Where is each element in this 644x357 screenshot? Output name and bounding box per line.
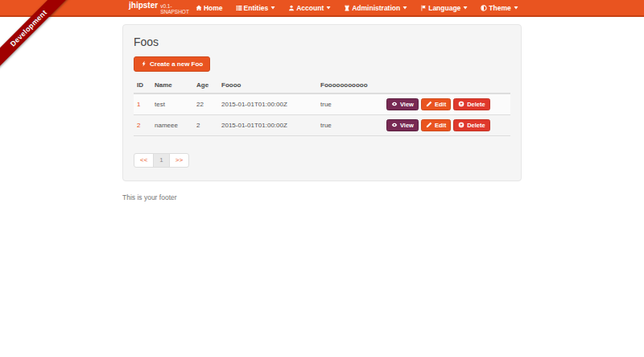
brand-link[interactable]: jhipster v0.1-SNAPSHOT (122, 1, 189, 15)
pagination-page-1[interactable]: 1 (153, 153, 169, 168)
delete-button[interactable]: Delete (453, 119, 490, 131)
chevron-down-icon (326, 6, 331, 10)
row-actions: View Edit Delete (386, 119, 507, 131)
nav-item-entities[interactable]: Entities (229, 0, 283, 15)
nav-label: Entities (244, 4, 269, 12)
table-row: 1 test 22 2015-01-01T01:00:00Z true View (134, 93, 510, 115)
table-header: ID Name Age Foooo Fooooooooooo (134, 79, 510, 93)
main-container: Foos Create a new Foo ID Name Age Foooo … (122, 17, 522, 201)
nav-item-theme[interactable]: Theme (474, 0, 524, 15)
view-label: View (400, 101, 414, 108)
header-age: Age (193, 79, 218, 93)
view-button[interactable]: View (386, 119, 419, 131)
row-age: 2 (193, 114, 218, 135)
flash-icon (141, 60, 147, 67)
chevron-down-icon (270, 6, 275, 10)
row-foooo: 2015-01-01T01:00:00Z (218, 114, 317, 135)
chevron-down-icon (463, 6, 468, 10)
pencil-icon (426, 101, 432, 107)
nav-label: Administration (352, 4, 400, 12)
chevron-down-icon (402, 6, 407, 10)
edit-button[interactable]: Edit (421, 119, 451, 131)
pagination-last[interactable]: >> (169, 153, 189, 168)
flag-icon (420, 5, 427, 11)
row-name: nameee (151, 114, 193, 135)
view-label: View (400, 122, 414, 129)
foos-panel: Foos Create a new Foo ID Name Age Foooo … (122, 24, 522, 181)
nav-label: Home (204, 4, 223, 12)
nav-label: Theme (489, 4, 510, 12)
delete-button[interactable]: Delete (453, 98, 490, 110)
delete-label: Delete (467, 101, 485, 108)
row-age: 22 (193, 93, 218, 115)
eye-icon (391, 101, 398, 107)
chevron-down-icon (514, 6, 518, 10)
tower-icon (344, 5, 350, 11)
row-id-link[interactable]: 1 (137, 101, 140, 108)
pagination-first[interactable]: << (134, 153, 154, 168)
edit-label: Edit (435, 101, 446, 108)
navbar: jhipster v0.1-SNAPSHOT Home Entities Acc… (0, 0, 644, 17)
nav-item-account[interactable]: Account (282, 0, 337, 15)
edit-label: Edit (435, 122, 446, 129)
create-foo-button[interactable]: Create a new Foo (134, 56, 210, 72)
row-actions: View Edit Delete (386, 98, 507, 110)
page-title: Foos (134, 35, 510, 48)
user-icon (288, 5, 295, 11)
table-row: 2 nameee 2 2015-01-01T01:00:00Z true Vie… (134, 114, 510, 135)
edit-button[interactable]: Edit (421, 98, 451, 110)
row-fooooooooooo: true (317, 114, 383, 135)
navbar-inner: jhipster v0.1-SNAPSHOT Home Entities Acc… (122, 0, 522, 15)
page: Development jhipster v0.1-SNAPSHOT Home … (0, 0, 644, 357)
row-id-link[interactable]: 2 (137, 122, 140, 129)
brand-name: jhipster (129, 1, 158, 10)
header-name: Name (151, 79, 193, 93)
nav-label: Account (296, 4, 324, 12)
home-icon (196, 5, 202, 11)
footer-text: This is your footer (122, 193, 522, 201)
create-foo-label: Create a new Foo (150, 60, 203, 68)
nav-item-home[interactable]: Home (189, 0, 229, 15)
row-name: test (151, 93, 193, 115)
adjust-icon (481, 5, 487, 11)
nav-label: Language (428, 4, 460, 12)
header-actions (383, 79, 510, 93)
th-list-icon (236, 5, 242, 11)
header-id: ID (134, 79, 151, 93)
header-fooooooooooo: Fooooooooooo (317, 79, 383, 93)
delete-label: Delete (467, 122, 485, 129)
remove-circle-icon (458, 101, 464, 107)
remove-circle-icon (458, 122, 464, 128)
view-button[interactable]: View (386, 98, 419, 110)
foos-table: ID Name Age Foooo Fooooooooooo 1 test 22… (134, 79, 510, 136)
nav-item-language[interactable]: Language (414, 0, 474, 15)
row-fooooooooooo: true (317, 93, 383, 115)
row-foooo: 2015-01-01T01:00:00Z (218, 93, 317, 115)
eye-icon (391, 122, 398, 128)
brand-version: v0.1-SNAPSHOT (160, 3, 189, 15)
pagination: << 1 >> (134, 153, 189, 168)
header-foooo: Foooo (218, 79, 317, 93)
navbar-menu: Home Entities Account Administration (189, 0, 525, 15)
pencil-icon (426, 122, 432, 128)
nav-item-administration[interactable]: Administration (337, 0, 414, 15)
